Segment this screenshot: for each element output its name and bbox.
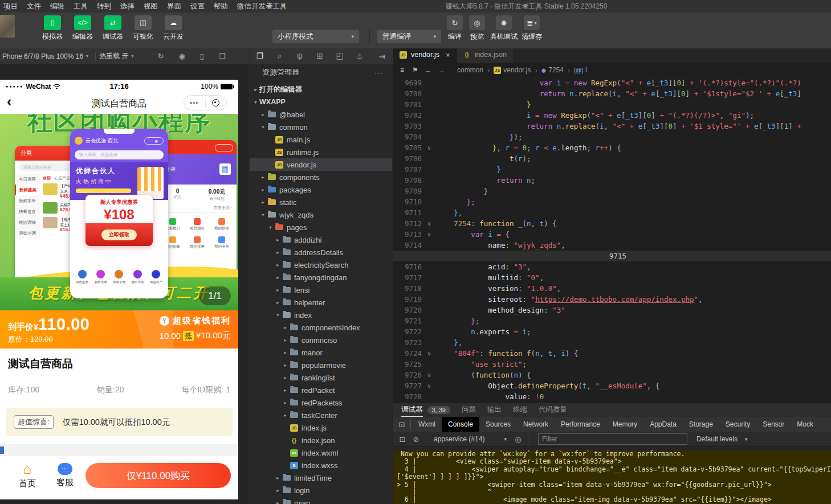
- rotate-icon[interactable]: ↻: [157, 52, 164, 60]
- tree-item-limitedTime[interactable]: ▸limitedTime: [250, 472, 392, 484]
- menu-item-7[interactable]: 界面: [167, 2, 181, 11]
- menu-item-0[interactable]: 项目: [3, 2, 18, 11]
- menu-item-8[interactable]: 设置: [190, 2, 205, 11]
- clear-cache-button[interactable]: ≣▾清缓存: [522, 15, 542, 42]
- cloud-dev-button[interactable]: ☁云开发: [161, 15, 186, 42]
- tree-item-redPacketss[interactable]: ▸redPacketss: [250, 396, 392, 409]
- panel-tab-问题[interactable]: 问题: [462, 403, 476, 417]
- console-filter-input[interactable]: [538, 433, 687, 445]
- console-output[interactable]: Now you can provide attr `wx:key` for a …: [393, 447, 831, 504]
- back-chevron-icon[interactable]: ‹: [7, 93, 11, 110]
- fold-chevron-icon[interactable]: ∨: [422, 218, 437, 229]
- close-icon[interactable]: ×: [446, 51, 450, 59]
- tree-item-index[interactable]: ▾index: [250, 309, 392, 321]
- devtools-tab-Security[interactable]: Security: [719, 417, 756, 432]
- customer-service-tab[interactable]: ··· 客服: [51, 461, 79, 488]
- device-select[interactable]: Phone 6/7/8 Plus 100% 16: [2, 52, 83, 60]
- tree-item-rankinglist[interactable]: ▸rankinglist: [250, 371, 392, 384]
- menu-item-5[interactable]: 选择: [120, 2, 135, 11]
- breadcrumb-item-i[interactable]: [@]i: [574, 66, 586, 74]
- minimize-target-icon[interactable]: [206, 99, 227, 106]
- extensions-icon[interactable]: ⊞: [315, 51, 324, 61]
- tree-item-components[interactable]: ▸components: [250, 171, 392, 183]
- tree-item-@babel[interactable]: ▸@babel: [250, 108, 392, 121]
- tree-item-fanyongdingdan[interactable]: ▸fanyongdingdan: [250, 271, 392, 284]
- files-icon[interactable]: ❐: [255, 51, 264, 61]
- mode-select[interactable]: 小程序模式 ▾: [272, 30, 359, 43]
- tree-item-helpenter[interactable]: ▸helpenter: [250, 296, 392, 309]
- visualizer-button[interactable]: ◫可视化: [131, 15, 156, 42]
- tree-item-login[interactable]: ▸login: [250, 484, 392, 497]
- panel-tab-代码质量[interactable]: 代码质量: [539, 403, 567, 417]
- buy-button[interactable]: 仅¥110.00购买: [85, 463, 231, 488]
- menu-item-2[interactable]: 编辑: [50, 2, 64, 11]
- tree-item-static[interactable]: ▸static: [250, 196, 392, 208]
- panel-toggle-icon[interactable]: ⊡: [396, 435, 409, 444]
- tree-item-runtime.js[interactable]: JSruntime.js: [250, 146, 392, 158]
- layout-icon[interactable]: ◰: [335, 51, 344, 61]
- nav-forward-icon[interactable]: →: [437, 66, 446, 74]
- context-select[interactable]: appservice (#14) ▾: [429, 435, 511, 443]
- tree-item-wjyk_zqds[interactable]: ▾wjyk_zqds: [250, 208, 392, 221]
- tree-item-index.wxss[interactable]: Sindex.wxss: [250, 459, 392, 472]
- more-actions-icon[interactable]: ···: [374, 68, 384, 77]
- devtools-tab-Performance[interactable]: Performance: [555, 417, 606, 432]
- code-editor[interactable]: 9699 var i = new RegExp("<" + e[_t3][0] …: [393, 77, 831, 402]
- editor-tab-vendor.js[interactable]: JSvendor.js×: [393, 47, 457, 63]
- search-icon[interactable]: ⌕: [275, 51, 284, 61]
- tree-item-vendor.js[interactable]: JSvendor.js: [250, 158, 392, 171]
- tree-item-manor[interactable]: ▸manor: [250, 346, 392, 359]
- fold-chevron-icon[interactable]: ∨: [422, 348, 437, 359]
- project-avatar[interactable]: [0, 15, 15, 38]
- product-image-carousel[interactable]: 社区团购小程序 分类 请输入商品名称 今日推荐新鲜蔬菜新鲜水果快餐速食粮油调味酒…: [0, 114, 238, 310]
- editor-tab-index.json[interactable]: {}index.json: [457, 47, 514, 63]
- breadcrumb-item-vendor.js[interactable]: JSvendor.js: [494, 66, 531, 74]
- fold-chevron-icon[interactable]: ∨: [422, 380, 437, 391]
- tree-item-adddizhi[interactable]: ▸adddizhi: [250, 233, 392, 246]
- tree-item-packages[interactable]: ▸packages: [250, 183, 392, 196]
- clear-console-icon[interactable]: ⊘: [409, 435, 423, 444]
- tree-item-popularmovie[interactable]: ▸popularmovie: [250, 359, 392, 371]
- tree-item-common[interactable]: ▾common: [250, 121, 392, 133]
- fold-chevron-icon[interactable]: ∨: [422, 229, 437, 240]
- home-tab[interactable]: ⌂ 首页: [14, 461, 41, 489]
- devtools-tab-Network[interactable]: Network: [517, 417, 555, 432]
- tree-item-pages[interactable]: ▾pages: [250, 221, 392, 233]
- collapse-panel-icon[interactable]: ⇥: [377, 52, 386, 61]
- inspect-element-icon[interactable]: ⊡: [393, 420, 410, 429]
- capsule-menu[interactable]: •••: [184, 95, 227, 110]
- tree-item-WXAPP[interactable]: ▾WXAPP: [250, 96, 392, 108]
- breadcrumb-item-7254[interactable]: ◆7254: [541, 66, 564, 74]
- tree-item-componentsIndex[interactable]: ▸componentsIndex: [250, 321, 392, 334]
- remote-debug-button[interactable]: ✺真机调试: [490, 15, 518, 42]
- devtools-tab-Wxml[interactable]: Wxml: [412, 417, 442, 432]
- tree-item-electricitySearch[interactable]: ▸electricitySearch: [250, 259, 392, 271]
- menu-item-3[interactable]: 工具: [74, 2, 88, 11]
- nav-back-icon[interactable]: ←: [424, 66, 433, 74]
- device-icon[interactable]: ▯: [200, 52, 204, 60]
- multi-window-icon[interactable]: ❒: [219, 52, 226, 60]
- tree-item-index.js[interactable]: JSindex.js: [250, 421, 392, 434]
- devtools-tab-Sensor[interactable]: Sensor: [756, 417, 791, 432]
- tree-item-redPacket[interactable]: ▸redPacket: [250, 384, 392, 396]
- devtools-tab-Memory[interactable]: Memory: [606, 417, 643, 432]
- eye-icon[interactable]: ◎: [511, 435, 525, 444]
- tree-item-main.js[interactable]: JSmain.js: [250, 133, 392, 146]
- tree-item-addressDetails[interactable]: ▸addressDetails: [250, 246, 392, 259]
- devtools-tab-Console[interactable]: Console: [442, 417, 479, 432]
- tree-item-index.json[interactable]: {}index.json: [250, 434, 392, 446]
- tree-item-index.wxml[interactable]: <>index.wxml: [250, 446, 392, 459]
- tree-item-fensi[interactable]: ▸fensi: [250, 284, 392, 296]
- panel-tab-调试器[interactable]: 调试器: [401, 403, 423, 417]
- bookmark-icon[interactable]: ⚑: [411, 66, 419, 74]
- menu-item-1[interactable]: 文件: [27, 2, 41, 11]
- menu-item-4[interactable]: 转到: [97, 2, 111, 11]
- hot-reload-toggle[interactable]: 热重载 开: [99, 51, 128, 61]
- preview-button[interactable]: ◎预览: [468, 15, 486, 42]
- scroll-indicator[interactable]: [0, 446, 4, 454]
- breadcrumb-item-common[interactable]: common: [457, 66, 483, 74]
- menu-item-6[interactable]: 视图: [144, 2, 158, 11]
- log-levels-select[interactable]: Default levels ▾: [696, 435, 748, 443]
- fold-chevron-icon[interactable]: ∨: [422, 142, 437, 153]
- pepper-icon[interactable]: ♨: [355, 51, 364, 61]
